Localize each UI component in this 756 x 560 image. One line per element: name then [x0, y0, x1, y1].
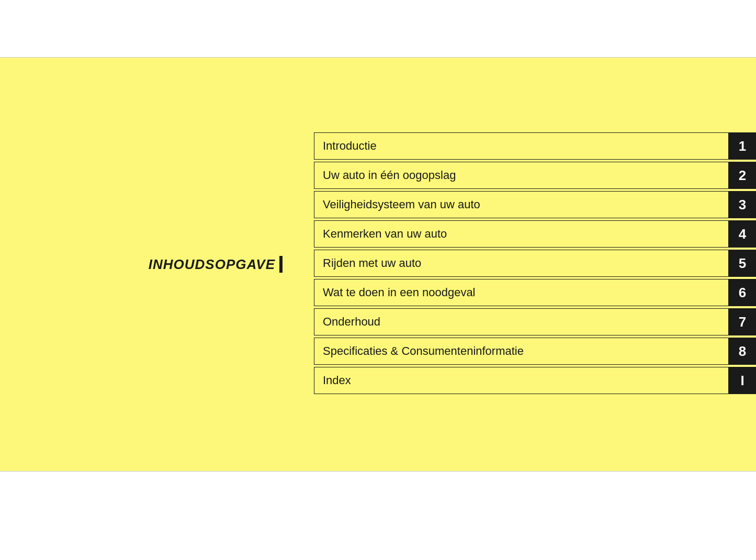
toc-item-label: Wat te doen in een noodgeval	[314, 279, 729, 306]
main-content: INHOUDSOPGAVE Introductie1Uw auto in één…	[0, 58, 756, 471]
toc-item-label: Rijden met uw auto	[314, 250, 729, 277]
toc-item-label: Introductie	[314, 132, 729, 160]
toc-item-label: Uw auto in één oogopslag	[314, 162, 729, 189]
toc-item-label: Onderhoud	[314, 308, 729, 335]
toc-item-label: Specificaties & Consumenteninformatie	[314, 338, 729, 365]
toc-item-number: 6	[729, 279, 756, 306]
toc-row[interactable]: Onderhoud7	[314, 308, 756, 335]
inhoudsopgave-bar	[279, 256, 283, 273]
toc-row[interactable]: Veiligheidsysteem van uw auto3	[314, 191, 756, 218]
toc-row[interactable]: Specificaties & Consumenteninformatie8	[314, 338, 756, 365]
toc-item-number: 8	[729, 338, 756, 365]
toc-item-number: 1	[729, 132, 756, 160]
toc-row[interactable]: Kenmerken van uw auto4	[314, 220, 756, 248]
toc-item-number: 3	[729, 191, 756, 218]
toc-item-number: 4	[729, 220, 756, 248]
inhoudsopgave-container: INHOUDSOPGAVE	[149, 256, 283, 273]
toc-item-number: I	[729, 367, 756, 394]
top-white-bar	[0, 0, 756, 58]
toc-item-label: Veiligheidsysteem van uw auto	[314, 191, 729, 218]
toc-row[interactable]: Rijden met uw auto5	[314, 250, 756, 277]
toc-item-label: Kenmerken van uw auto	[314, 220, 729, 248]
bottom-white-bar	[0, 471, 756, 560]
toc-item-label: Index	[314, 367, 729, 394]
toc-row[interactable]: Introductie1	[314, 132, 756, 160]
toc-list: Introductie1Uw auto in één oogopslag2Vei…	[314, 58, 756, 471]
toc-row[interactable]: Uw auto in één oogopslag2	[314, 162, 756, 189]
inhoudsopgave-title: INHOUDSOPGAVE	[149, 256, 275, 273]
toc-item-number: 2	[729, 162, 756, 189]
toc-row[interactable]: IndexI	[314, 367, 756, 394]
left-section: INHOUDSOPGAVE	[0, 58, 314, 471]
toc-item-number: 5	[729, 250, 756, 277]
toc-row[interactable]: Wat te doen in een noodgeval6	[314, 279, 756, 306]
toc-item-number: 7	[729, 308, 756, 335]
